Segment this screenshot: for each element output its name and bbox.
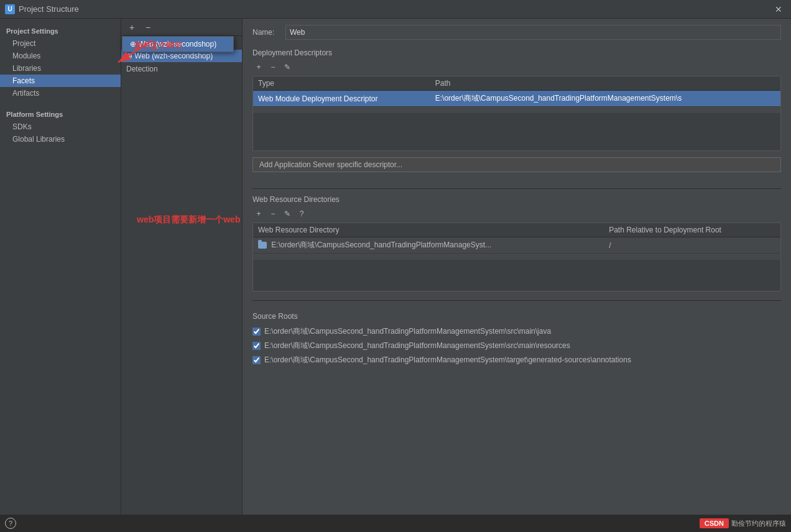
main-layout: Project Settings Project Modules Librari…: [0, 19, 791, 532]
dd-remove-button[interactable]: −: [267, 61, 279, 73]
content-area: + − Web ⊕ Web (wzh-secondshop) Detection…: [121, 19, 791, 532]
table-row[interactable]: Web Module Deployment Descriptor E:\orde…: [253, 91, 780, 107]
sidebar-item-project[interactable]: Project: [0, 37, 121, 50]
project-settings-header: Project Settings: [0, 24, 121, 37]
close-button[interactable]: ✕: [771, 3, 786, 16]
name-input[interactable]: [285, 25, 781, 40]
dd-col-type: Type: [253, 76, 430, 91]
sidebar-item-sdks[interactable]: SDKs: [0, 121, 121, 133]
dd-type-cell: Web Module Deployment Descriptor: [253, 91, 430, 107]
bottom-bar: ? CSDN 勤俭节约的程序猿: [0, 515, 791, 532]
wrd-path-cell: /: [604, 237, 780, 254]
left-panel: + − Web ⊕ Web (wzh-secondshop) Detection: [121, 19, 243, 532]
sidebar-item-global-libraries[interactable]: Global Libraries: [0, 133, 121, 145]
platform-settings-header: Platform Settings: [0, 107, 121, 121]
source-root-row-1: E:\order\商域\CampusSecond_handTradingPlat…: [252, 339, 781, 353]
source-roots-section: Source Roots E:\order\商域\CampusSecond_ha…: [252, 312, 781, 367]
folder-icon: [258, 242, 267, 249]
app-icon: U: [5, 4, 15, 14]
web-resource-dirs-title: Web Resource Directories: [252, 195, 781, 204]
source-root-row-2: E:\order\商域\CampusSecond_handTradingPlat…: [252, 353, 781, 367]
sidebar-item-facets[interactable]: Facets: [0, 75, 121, 87]
source-root-checkbox-2[interactable]: [252, 356, 261, 364]
source-root-checkbox-0[interactable]: [252, 328, 261, 336]
add-facet-button[interactable]: +: [125, 21, 139, 34]
name-row: Name:: [252, 25, 781, 40]
source-roots-title: Source Roots: [252, 312, 781, 321]
wrd-table: Web Resource Directory Path Relative to …: [253, 223, 780, 254]
source-root-row-0: E:\order\商域\CampusSecond_handTradingPlat…: [252, 324, 781, 339]
author-text: 勤俭节约的程序猿: [731, 519, 786, 528]
sidebar-item-artifacts[interactable]: Artifacts: [0, 87, 121, 99]
sidebar-item-libraries[interactable]: Libraries: [0, 62, 121, 75]
detection-label[interactable]: Detection: [121, 62, 242, 76]
csdn-section: CSDN 勤俭节约的程序猿: [700, 518, 786, 528]
help-button[interactable]: ?: [5, 518, 16, 529]
dropdown-item-web[interactable]: ⊕ Web (wzh-secondshop): [123, 37, 233, 52]
right-panel: Name: Deployment Descriptors + − ✎ Type …: [243, 19, 791, 532]
table-row[interactable]: E:\order\商域\CampusSecond_handTradingPlat…: [253, 237, 780, 254]
csdn-badge: CSDN: [700, 518, 729, 528]
source-root-path-2: E:\order\商域\CampusSecond_handTradingPlat…: [264, 355, 631, 365]
dd-table: Type Path Web Module Deployment Descript…: [253, 76, 780, 107]
dropdown-popup: ⊕ Web (wzh-secondshop): [122, 36, 234, 52]
sidebar: Project Settings Project Modules Librari…: [0, 19, 121, 532]
dd-toolbar: + − ✎: [252, 61, 781, 73]
wrd-col-dir: Web Resource Directory: [253, 223, 604, 237]
deployment-descriptors-title: Deployment Descriptors: [252, 48, 781, 57]
dd-edit-button[interactable]: ✎: [281, 61, 294, 73]
wrd-dir-cell: E:\order\商域\CampusSecond_handTradingPlat…: [253, 237, 604, 254]
dd-col-path: Path: [430, 76, 780, 91]
source-root-checkbox-1[interactable]: [252, 342, 261, 350]
source-root-path-0: E:\order\商域\CampusSecond_handTradingPlat…: [264, 326, 551, 337]
left-panel-toolbar: + −: [121, 19, 242, 36]
wrd-col-path: Path Relative to Deployment Root: [604, 223, 780, 237]
dd-add-button[interactable]: +: [252, 61, 265, 73]
wrd-toolbar: + − ✎ ?: [252, 208, 781, 220]
title-text: Project Structure: [19, 4, 79, 14]
remove-facet-button[interactable]: −: [141, 21, 155, 34]
source-root-path-1: E:\order\商域\CampusSecond_handTradingPlat…: [264, 341, 570, 351]
wrd-edit-button[interactable]: ✎: [281, 208, 294, 220]
dd-table-wrapper: Type Path Web Module Deployment Descript…: [252, 76, 781, 151]
wrd-remove-button[interactable]: −: [267, 208, 279, 220]
wrd-table-wrapper: Web Resource Directory Path Relative to …: [252, 222, 781, 291]
name-label: Name:: [252, 28, 280, 37]
separator-1: [252, 188, 781, 189]
wrd-add-button[interactable]: +: [252, 208, 265, 220]
dd-path-cell: E:\order\商域\CampusSecond_handTradingPlat…: [430, 91, 780, 107]
sidebar-item-modules[interactable]: Modules: [0, 50, 121, 62]
wrd-help-button[interactable]: ?: [295, 208, 308, 220]
title-bar: U Project Structure ✕: [0, 0, 791, 19]
add-server-button[interactable]: Add Application Server specific descript…: [252, 157, 781, 172]
separator-2: [252, 300, 781, 301]
